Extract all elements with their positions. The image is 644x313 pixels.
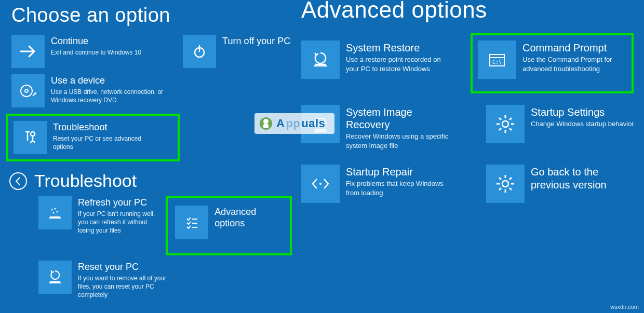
tile-row: Reset your PC If you want to remove all … (38, 261, 292, 299)
terminal-icon: C:\ (478, 40, 516, 79)
command-prompt-tile[interactable]: C:\ Command Prompt Use the Command Promp… (478, 40, 621, 79)
svg-point-36 (263, 119, 269, 124)
tile-desc: Exit and continue to Windows 10 (51, 48, 141, 57)
svg-point-16 (502, 121, 508, 127)
svg-point-3 (25, 89, 28, 92)
tile-desc: Fix problems that keep Windows from load… (346, 179, 455, 197)
tile-title: Use a device (51, 75, 165, 87)
tile-row: Refresh your PC If your PC isn't running… (38, 196, 292, 255)
svg-line-32 (509, 188, 512, 190)
checklist-icon (175, 206, 208, 239)
svg-point-5 (31, 132, 35, 136)
turnoff-tile[interactable]: Turn off your PC (183, 35, 290, 68)
choose-option-panel: Choose an option Continue Exit and conti… (11, 0, 292, 304)
troubleshoot-heading: Troubleshoot (34, 171, 137, 191)
watermark-logo-icon (258, 115, 274, 132)
svg-rect-37 (263, 124, 269, 128)
choose-option-heading: Choose an option (11, 4, 292, 26)
troubleshoot-subheader: Troubleshoot (9, 171, 292, 191)
svg-line-24 (499, 128, 501, 130)
tile-text: Reset your PC If you want to remove all … (78, 261, 171, 299)
reset-icon (38, 261, 72, 294)
startup-repair-tile[interactable]: Startup Repair Fix problems that keep Wi… (301, 165, 455, 203)
svg-point-8 (57, 211, 58, 213)
tile-desc: If your PC isn't running well, you can r… (78, 210, 155, 235)
tile-title: Command Prompt (522, 42, 621, 54)
command-prompt-highlight: C:\ Command Prompt Use the Command Promp… (471, 33, 634, 93)
tile-row: Use a device Use a USB drive, network co… (11, 74, 292, 107)
tile-row: Continue Exit and continue to Windows 10… (11, 35, 292, 68)
svg-point-26 (502, 181, 508, 187)
svg-line-34 (499, 188, 501, 190)
reset-pc-tile[interactable]: Reset your PC If you want to remove all … (38, 261, 171, 299)
restore-icon (301, 40, 340, 79)
advanced-options-tile[interactable]: Advanced options (175, 206, 275, 239)
svg-line-23 (509, 118, 512, 120)
tile-title: Troubleshoot (53, 122, 162, 133)
continue-tile[interactable]: Continue Exit and continue to Windows 10 (11, 35, 141, 68)
svg-point-6 (51, 209, 53, 211)
tile-desc: Use a USB drive, network connection, or … (51, 88, 165, 104)
tile-text: Use a device Use a USB drive, network co… (51, 74, 165, 104)
svg-point-2 (21, 85, 32, 97)
tile-desc: Change Windows startup behavior (531, 119, 634, 129)
tile-desc: Recover Windows using a specific system … (346, 132, 455, 150)
svg-line-31 (499, 178, 501, 180)
tile-title: Refresh your PC (78, 197, 155, 209)
startup-settings-tile[interactable]: Startup Settings Change Windows startup … (486, 105, 634, 150)
advanced-options-highlight: Advanced options (166, 196, 292, 255)
watermark: Appuals (254, 113, 334, 134)
tile-text: Startup Repair Fix problems that keep Wi… (346, 165, 455, 197)
power-icon (183, 35, 216, 68)
tile-text: System Image Recovery Recover Windows us… (346, 105, 455, 150)
back-button[interactable] (9, 172, 27, 190)
tile-title: System Restore (346, 42, 455, 54)
use-device-tile[interactable]: Use a device Use a USB drive, network co… (11, 74, 165, 107)
tile-title: Startup Settings (531, 106, 634, 118)
code-brackets-icon (301, 165, 340, 203)
tile-text: Continue Exit and continue to Windows 10 (51, 35, 141, 57)
refresh-pc-tile[interactable]: Refresh your PC If your PC isn't running… (38, 196, 155, 235)
system-restore-tile[interactable]: System Restore Use a restore point recor… (301, 33, 455, 79)
tile-text: Refresh your PC If your PC isn't running… (78, 196, 155, 235)
footer-credit: wsxdn.com (610, 304, 639, 310)
arrow-right-icon (11, 35, 45, 68)
gear-icon (486, 165, 525, 203)
disc-icon (11, 74, 45, 107)
svg-text:C:\: C:\ (492, 59, 502, 65)
svg-point-9 (53, 212, 55, 214)
tile-text: Advanced options (214, 206, 275, 230)
tile-title: Startup Repair (346, 166, 455, 178)
tile-desc: If you want to remove all of your files,… (78, 274, 171, 300)
tile-title: Reset your PC (78, 262, 171, 273)
watermark-prefix: A (276, 117, 285, 130)
svg-point-7 (55, 208, 56, 210)
svg-point-25 (319, 183, 321, 185)
tile-desc: Use the Command Prompt for advanced trou… (522, 55, 621, 73)
tile-text: System Restore Use a restore point recor… (346, 40, 455, 73)
tile-title: Turn off your PC (222, 36, 290, 47)
advanced-options-panel: Advanced options System Restore Use a re… (301, 0, 644, 203)
go-back-tile[interactable]: Go back to the previous version (486, 165, 624, 203)
tile-text: Turn off your PC (222, 35, 290, 48)
tile-text: Go back to the previous version (531, 165, 624, 193)
refresh-icon (38, 196, 72, 229)
tile-text: Startup Settings Change Windows startup … (531, 105, 634, 129)
tile-text: Command Prompt Use the Command Prompt fo… (522, 40, 621, 73)
tile-title: Advanced options (214, 207, 275, 229)
tools-icon (14, 121, 47, 154)
tile-desc: Reset your PC or see advanced options (53, 134, 162, 151)
svg-line-33 (509, 178, 512, 180)
advanced-options-heading: Advanced options (301, 0, 644, 23)
svg-line-22 (509, 128, 512, 130)
troubleshoot-tile[interactable]: Troubleshoot Reset your PC or see advanc… (14, 121, 162, 154)
tile-desc: Use a restore point recorded on your PC … (346, 55, 455, 73)
tile-title: Go back to the previous version (531, 166, 624, 192)
tile-title: System Image Recovery (346, 106, 455, 131)
gear-icon (486, 105, 525, 143)
watermark-text: uals (301, 117, 325, 130)
svg-line-21 (499, 118, 501, 120)
troubleshoot-highlight: Troubleshoot Reset your PC or see advanc… (6, 114, 180, 161)
tile-text: Troubleshoot Reset your PC or see advanc… (53, 121, 162, 151)
tile-title: Continue (51, 36, 141, 47)
